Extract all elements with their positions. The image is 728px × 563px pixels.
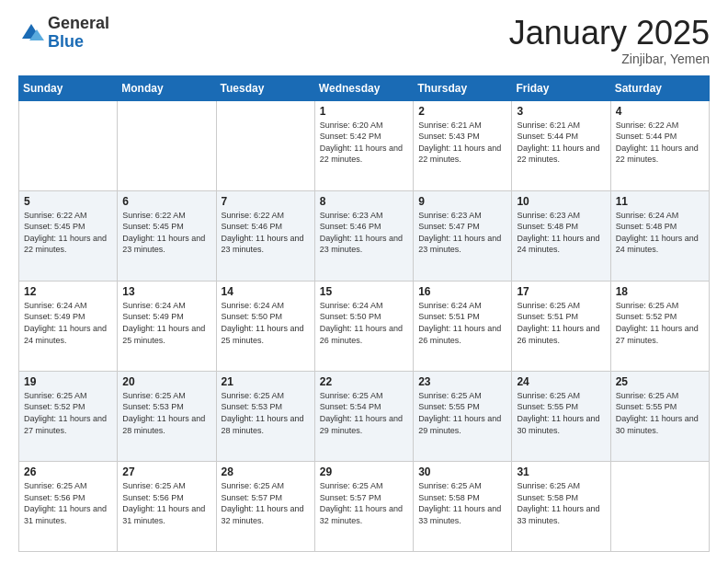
calendar-cell: 16Sunrise: 6:24 AM Sunset: 5:51 PM Dayli… — [414, 281, 512, 371]
day-number: 21 — [222, 375, 310, 388]
week-row: 26Sunrise: 6:25 AM Sunset: 5:56 PM Dayli… — [19, 461, 710, 551]
calendar-cell: 22Sunrise: 6:25 AM Sunset: 5:54 PM Dayli… — [314, 371, 413, 461]
day-info: Sunrise: 6:25 AM Sunset: 5:55 PM Dayligh… — [517, 390, 605, 436]
logo: General Blue — [18, 15, 109, 52]
calendar-cell: 26Sunrise: 6:25 AM Sunset: 5:56 PM Dayli… — [19, 461, 118, 551]
calendar-cell: 4Sunrise: 6:22 AM Sunset: 5:44 PM Daylig… — [610, 100, 709, 190]
calendar-cell: 1Sunrise: 6:20 AM Sunset: 5:42 PM Daylig… — [314, 100, 413, 190]
day-number: 23 — [418, 375, 506, 388]
calendar-cell: 19Sunrise: 6:25 AM Sunset: 5:52 PM Dayli… — [19, 371, 118, 461]
day-info: Sunrise: 6:20 AM Sunset: 5:42 PM Dayligh… — [320, 120, 408, 166]
day-info: Sunrise: 6:21 AM Sunset: 5:44 PM Dayligh… — [517, 120, 605, 166]
day-number: 31 — [517, 465, 605, 478]
day-number: 3 — [517, 105, 605, 118]
day-info: Sunrise: 6:24 AM Sunset: 5:48 PM Dayligh… — [616, 210, 704, 256]
day-number: 30 — [418, 465, 506, 478]
day-number: 9 — [418, 195, 506, 208]
day-number: 17 — [517, 285, 605, 298]
day-number: 15 — [320, 285, 408, 298]
calendar-cell: 12Sunrise: 6:24 AM Sunset: 5:49 PM Dayli… — [19, 281, 118, 371]
day-of-week-header: Thursday — [414, 75, 512, 100]
day-number: 25 — [616, 375, 704, 388]
calendar-cell: 2Sunrise: 6:21 AM Sunset: 5:43 PM Daylig… — [414, 100, 512, 190]
day-info: Sunrise: 6:25 AM Sunset: 5:56 PM Dayligh… — [122, 480, 210, 526]
day-number: 8 — [320, 195, 408, 208]
day-number: 12 — [24, 285, 112, 298]
calendar-cell: 9Sunrise: 6:23 AM Sunset: 5:47 PM Daylig… — [414, 190, 512, 281]
calendar-cell: 8Sunrise: 6:23 AM Sunset: 5:46 PM Daylig… — [314, 190, 413, 281]
day-info: Sunrise: 6:25 AM Sunset: 5:52 PM Dayligh… — [616, 300, 704, 346]
logo-text: General Blue — [48, 15, 109, 52]
calendar-cell — [118, 100, 216, 190]
calendar-cell — [19, 100, 118, 190]
day-number: 28 — [222, 465, 310, 478]
day-info: Sunrise: 6:25 AM Sunset: 5:55 PM Dayligh… — [418, 390, 506, 436]
day-number: 1 — [320, 105, 408, 118]
day-number: 22 — [320, 375, 408, 388]
day-info: Sunrise: 6:25 AM Sunset: 5:54 PM Dayligh… — [320, 390, 408, 436]
day-number: 20 — [122, 375, 210, 388]
logo-icon — [18, 20, 44, 46]
week-row: 5Sunrise: 6:22 AM Sunset: 5:45 PM Daylig… — [19, 190, 710, 281]
calendar-cell: 5Sunrise: 6:22 AM Sunset: 5:45 PM Daylig… — [19, 190, 118, 281]
day-info: Sunrise: 6:25 AM Sunset: 5:58 PM Dayligh… — [517, 480, 605, 526]
calendar-cell — [610, 461, 709, 551]
day-info: Sunrise: 6:21 AM Sunset: 5:43 PM Dayligh… — [418, 120, 506, 166]
day-info: Sunrise: 6:25 AM Sunset: 5:56 PM Dayligh… — [24, 480, 112, 526]
day-number: 4 — [616, 105, 704, 118]
day-number: 27 — [122, 465, 210, 478]
day-info: Sunrise: 6:22 AM Sunset: 5:45 PM Dayligh… — [24, 210, 112, 256]
day-of-week-header: Wednesday — [314, 75, 413, 100]
calendar-cell: 3Sunrise: 6:21 AM Sunset: 5:44 PM Daylig… — [512, 100, 610, 190]
location: Zinjibar, Yemen — [509, 52, 710, 66]
day-info: Sunrise: 6:24 AM Sunset: 5:51 PM Dayligh… — [418, 300, 506, 346]
logo-general: General — [48, 14, 109, 32]
month-title: January 2025 — [509, 15, 710, 52]
calendar-cell: 6Sunrise: 6:22 AM Sunset: 5:45 PM Daylig… — [118, 190, 216, 281]
calendar-cell: 23Sunrise: 6:25 AM Sunset: 5:55 PM Dayli… — [414, 371, 512, 461]
calendar: SundayMondayTuesdayWednesdayThursdayFrid… — [18, 75, 710, 552]
day-number: 24 — [517, 375, 605, 388]
calendar-cell: 15Sunrise: 6:24 AM Sunset: 5:50 PM Dayli… — [314, 281, 413, 371]
calendar-cell: 21Sunrise: 6:25 AM Sunset: 5:53 PM Dayli… — [216, 371, 314, 461]
day-info: Sunrise: 6:22 AM Sunset: 5:45 PM Dayligh… — [122, 210, 210, 256]
day-info: Sunrise: 6:25 AM Sunset: 5:58 PM Dayligh… — [418, 480, 506, 526]
day-info: Sunrise: 6:25 AM Sunset: 5:53 PM Dayligh… — [122, 390, 210, 436]
page: General Blue January 2025 Zinjibar, Yeme… — [0, 0, 728, 563]
day-number: 5 — [24, 195, 112, 208]
day-number: 11 — [616, 195, 704, 208]
calendar-cell: 18Sunrise: 6:25 AM Sunset: 5:52 PM Dayli… — [610, 281, 709, 371]
calendar-cell: 31Sunrise: 6:25 AM Sunset: 5:58 PM Dayli… — [512, 461, 610, 551]
calendar-cell: 29Sunrise: 6:25 AM Sunset: 5:57 PM Dayli… — [314, 461, 413, 551]
calendar-cell: 25Sunrise: 6:25 AM Sunset: 5:55 PM Dayli… — [610, 371, 709, 461]
calendar-cell: 27Sunrise: 6:25 AM Sunset: 5:56 PM Dayli… — [118, 461, 216, 551]
week-row: 12Sunrise: 6:24 AM Sunset: 5:49 PM Dayli… — [19, 281, 710, 371]
logo-blue: Blue — [48, 32, 84, 51]
day-number: 29 — [320, 465, 408, 478]
day-of-week-header: Tuesday — [216, 75, 314, 100]
day-number: 26 — [24, 465, 112, 478]
day-of-week-header: Friday — [512, 75, 610, 100]
day-info: Sunrise: 6:23 AM Sunset: 5:48 PM Dayligh… — [517, 210, 605, 256]
day-info: Sunrise: 6:22 AM Sunset: 5:44 PM Dayligh… — [616, 120, 704, 166]
day-header-row: SundayMondayTuesdayWednesdayThursdayFrid… — [19, 75, 710, 100]
day-info: Sunrise: 6:25 AM Sunset: 5:55 PM Dayligh… — [616, 390, 704, 436]
header: General Blue January 2025 Zinjibar, Yeme… — [18, 15, 710, 66]
day-info: Sunrise: 6:24 AM Sunset: 5:49 PM Dayligh… — [24, 300, 112, 346]
day-number: 13 — [122, 285, 210, 298]
day-number: 14 — [222, 285, 310, 298]
calendar-cell: 28Sunrise: 6:25 AM Sunset: 5:57 PM Dayli… — [216, 461, 314, 551]
calendar-cell: 24Sunrise: 6:25 AM Sunset: 5:55 PM Dayli… — [512, 371, 610, 461]
calendar-cell: 14Sunrise: 6:24 AM Sunset: 5:50 PM Dayli… — [216, 281, 314, 371]
calendar-cell: 10Sunrise: 6:23 AM Sunset: 5:48 PM Dayli… — [512, 190, 610, 281]
day-number: 10 — [517, 195, 605, 208]
calendar-cell: 17Sunrise: 6:25 AM Sunset: 5:51 PM Dayli… — [512, 281, 610, 371]
day-info: Sunrise: 6:25 AM Sunset: 5:57 PM Dayligh… — [320, 480, 408, 526]
calendar-cell: 7Sunrise: 6:22 AM Sunset: 5:46 PM Daylig… — [216, 190, 314, 281]
week-row: 1Sunrise: 6:20 AM Sunset: 5:42 PM Daylig… — [19, 100, 710, 190]
week-row: 19Sunrise: 6:25 AM Sunset: 5:52 PM Dayli… — [19, 371, 710, 461]
day-of-week-header: Sunday — [19, 75, 118, 100]
day-info: Sunrise: 6:25 AM Sunset: 5:53 PM Dayligh… — [222, 390, 310, 436]
calendar-cell: 13Sunrise: 6:24 AM Sunset: 5:49 PM Dayli… — [118, 281, 216, 371]
day-info: Sunrise: 6:24 AM Sunset: 5:50 PM Dayligh… — [222, 300, 310, 346]
